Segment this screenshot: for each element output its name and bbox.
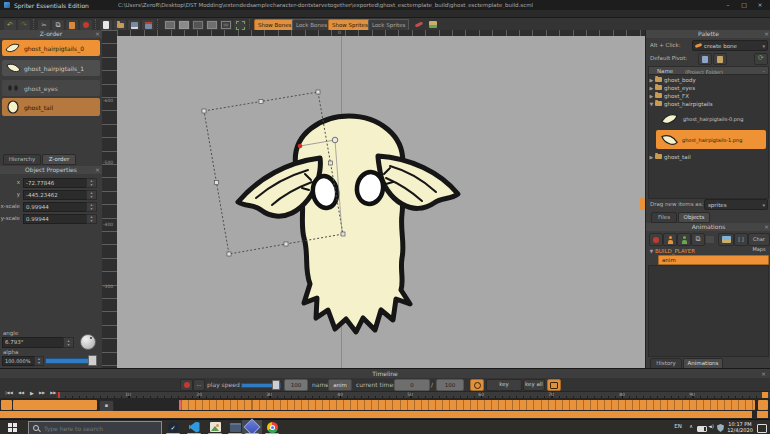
maximize-button[interactable]: □ — [736, 0, 752, 9]
angle-spinner[interactable]: ▴▾ — [63, 337, 74, 348]
current-time-field[interactable]: 0 — [394, 379, 430, 391]
bone-tool-icon[interactable] — [413, 19, 425, 29]
angle-field[interactable]: 6.793° — [2, 337, 64, 348]
timeline-scrollbar-thumb[interactable] — [757, 411, 768, 418]
start-button[interactable] — [8, 423, 17, 432]
file-ghost-hairpigtails-1[interactable]: ghost_hairpigtails-1.png — [656, 130, 766, 149]
close-icon[interactable]: × — [761, 369, 766, 378]
track-zoom-button[interactable] — [1, 400, 12, 410]
pivot-option-2-button[interactable] — [713, 53, 727, 65]
spinner-down-icon[interactable]: ▾ — [38, 361, 40, 365]
clock[interactable]: 10:17 PM 12/4/2020 — [727, 422, 753, 433]
image-mode-button[interactable] — [718, 233, 734, 246]
timeline-scrollbar[interactable] — [0, 411, 752, 418]
previous-frame-button[interactable]: ◀◀ — [16, 389, 26, 397]
minimize-button[interactable]: – — [720, 0, 736, 9]
z-order-item-ghost-hairpigtails-1[interactable]: ghost_hairpigtails_1 — [2, 60, 100, 76]
y-scale-field[interactable]: 0.99944 — [23, 214, 87, 224]
play-speed-value-field[interactable]: 100 — [284, 379, 308, 391]
play-speed-slider-handle[interactable] — [272, 380, 280, 390]
tab-hierarchy[interactable]: Hierarchy — [3, 154, 41, 165]
key-all-button[interactable]: key all — [523, 379, 545, 391]
y-scale-spinner[interactable]: ▴▾ — [86, 214, 97, 224]
tab-z-order[interactable]: Z-order — [42, 154, 76, 165]
alpha-field[interactable]: 100.000% — [2, 356, 36, 366]
go-to-start-button[interactable]: |◀◀ — [3, 389, 15, 397]
folder-ghost-eyes[interactable]: ▶ ghost_eyes — [648, 84, 767, 91]
add-animation-button[interactable] — [677, 233, 691, 246]
image-tool-icon[interactable] — [427, 19, 439, 29]
z-order-item-ghost-tail[interactable]: ghost_tail — [2, 98, 100, 116]
volume-icon[interactable]: ◄) — [706, 420, 716, 433]
y-spinner[interactable]: ▴▾ — [86, 190, 97, 200]
spinner-down-icon[interactable]: ▾ — [90, 219, 92, 223]
taskbar-search-box[interactable] — [28, 421, 162, 434]
z-order-item-ghost-eyes[interactable]: ghost_eyes — [2, 80, 100, 96]
add-entity-button[interactable] — [663, 233, 677, 246]
animation-name-field[interactable]: anim — [328, 379, 352, 391]
canvas-viewport[interactable]: 0 — [117, 30, 645, 368]
folder-ghost-body[interactable]: ▶ ghost_body — [648, 76, 767, 83]
angle-dial[interactable] — [80, 334, 96, 350]
tab-files[interactable]: Files — [651, 212, 677, 223]
taskbar-app-spriter[interactable] — [243, 421, 261, 433]
keyframe-track-bar[interactable] — [181, 400, 755, 410]
action-center-icon[interactable] — [757, 424, 767, 433]
key-frame-button[interactable] — [470, 379, 484, 391]
x-scale-field[interactable]: 0.99944 — [23, 202, 87, 212]
close-icon[interactable]: × — [95, 166, 100, 174]
drag-items-dropdown[interactable]: sprites ▾ — [704, 199, 768, 210]
key-all-frames-button[interactable] — [547, 379, 561, 391]
char-maps-button[interactable]: Char Maps — [748, 233, 770, 246]
more-options-button[interactable]: ... — [193, 379, 205, 391]
animation-length-field[interactable]: 100 — [436, 379, 464, 391]
close-icon[interactable]: × — [764, 30, 769, 38]
record-keyframe-button[interactable] — [180, 379, 193, 391]
duplicate-animation-icon[interactable]: ⧉ — [691, 233, 705, 246]
spinner-down-icon[interactable]: ▾ — [90, 195, 92, 199]
track-end-block[interactable] — [758, 400, 768, 410]
ghost-character-sprite[interactable] — [230, 108, 465, 343]
alpha-slider-track[interactable] — [45, 358, 91, 364]
folder-ghost-tail[interactable]: ▶ ghost_tail — [648, 153, 767, 160]
alpha-slider-handle[interactable] — [88, 355, 97, 366]
taskbar-app-chrome[interactable] — [263, 421, 281, 433]
alt-click-dropdown[interactable]: create bone ▾ — [692, 40, 768, 51]
spinner-down-icon[interactable]: ▾ — [67, 343, 69, 347]
x-spinner[interactable]: ▴▾ — [86, 178, 97, 188]
spinner-down-icon[interactable]: ▾ — [90, 207, 92, 211]
expander-icon[interactable]: ▼ — [648, 248, 655, 254]
tab-objects[interactable]: Objects — [678, 212, 710, 223]
key-selected-button[interactable]: key selected — [486, 379, 522, 391]
taskbar-app-vscode[interactable] — [185, 421, 203, 433]
security-shield-icon[interactable] — [717, 424, 724, 432]
pivot-option-1-button[interactable] — [698, 53, 712, 65]
z-order-item-ghost-hairpigtails-0[interactable]: ghost_hairpigtails_0 — [2, 40, 100, 56]
expander-icon[interactable]: ▶ — [648, 85, 655, 91]
search-input[interactable] — [42, 424, 146, 433]
file-ghost-hairpigtails-0[interactable]: ghost_hairpigtails-0.png — [660, 110, 767, 128]
expander-icon[interactable]: ▼ — [648, 101, 655, 107]
play-button[interactable]: ▶ — [28, 389, 36, 397]
folder-ghost-hairpigtails[interactable]: ▼ ghost_hairpigtails — [648, 100, 767, 107]
expander-icon[interactable]: ▶ — [648, 154, 655, 160]
taskbar-app-steam[interactable]: ✓ — [164, 421, 182, 433]
folder-ghost-fx[interactable]: ▶ ghost_FX — [648, 92, 767, 99]
x-scale-spinner[interactable]: ▴▾ — [86, 202, 97, 212]
entity-build-player[interactable]: ▼ BUILD_PLAYER — [648, 247, 767, 254]
taskbar-app-image-editor[interactable] — [206, 421, 224, 433]
expander-icon[interactable]: ▶ — [648, 77, 655, 83]
language-indicator[interactable]: EN — [672, 420, 684, 433]
close-icon[interactable]: × — [95, 30, 100, 38]
animation-item-anim[interactable]: anim — [658, 255, 769, 265]
spinner-down-icon[interactable]: ▾ — [90, 183, 92, 187]
expander-icon[interactable]: ▶ — [648, 93, 655, 99]
track-name-bar[interactable] — [13, 400, 97, 410]
next-frame-button[interactable]: ▶▶ — [37, 389, 47, 397]
record-animation-button[interactable] — [649, 233, 663, 246]
close-button[interactable]: × — [752, 0, 768, 9]
tray-expand-icon[interactable]: ∧ — [687, 420, 695, 433]
alpha-spinner[interactable]: ▴▾ — [34, 356, 44, 366]
refresh-icon[interactable]: ⟳ — [754, 53, 768, 65]
x-value-field[interactable]: -72.77846 — [23, 178, 87, 188]
